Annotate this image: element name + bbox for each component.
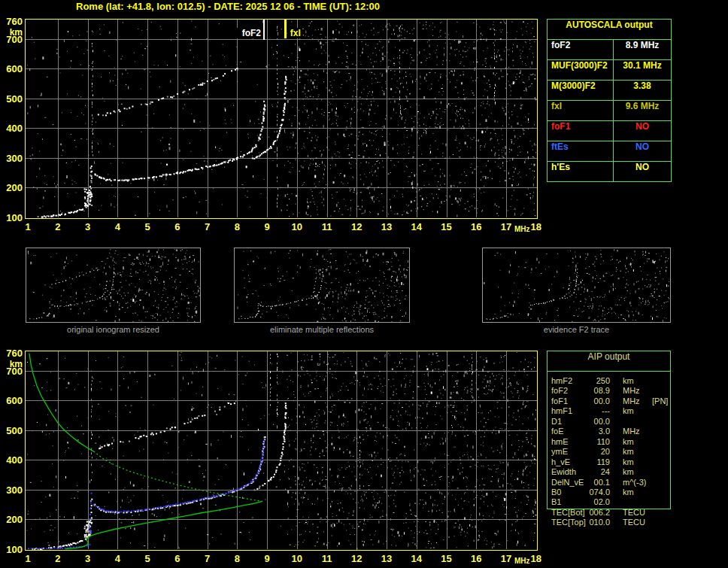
param-label: MUF(3000)F2 — [548, 60, 614, 80]
aip-name: h_vE — [551, 457, 570, 466]
x-axis-tick-label: 3 — [77, 221, 99, 232]
aip-row-yme: ymE20km — [547, 447, 671, 457]
km-unit-label: km — [1, 359, 23, 369]
y-axis-tick-label: 600 — [1, 395, 23, 406]
aip-unit: km — [623, 447, 634, 456]
autoscala-output-table: AUTOSCALA output foF28.9 MHzMUF(3000)F23… — [547, 19, 672, 182]
y-axis-tick-label: 400 — [1, 454, 23, 466]
aip-name: foE — [551, 427, 564, 436]
x-axis-tick-label: 5 — [136, 221, 159, 232]
x-axis-tick-label: 8 — [226, 221, 248, 232]
aip-value: 00.0 — [574, 396, 610, 405]
panel-caption-f2: evidence F2 trace — [482, 325, 671, 334]
autoscala-row-h-es: h'EsNO — [548, 162, 671, 181]
param-label: foF2 — [548, 40, 614, 59]
aip-name: foF2 — [551, 386, 568, 395]
param-label: ftEs — [548, 141, 614, 161]
y-axis-tick-label: 100 — [1, 544, 23, 555]
aip-value: 010.0 — [574, 518, 610, 527]
x-axis-tick-label: 7 — [196, 553, 219, 564]
x-axis-tick-label: 11 — [316, 553, 338, 564]
aip-row-hmf1: hmF1---km — [547, 406, 671, 416]
mhz-unit-label: MHz — [514, 557, 530, 565]
y-axis-tick-label: 300 — [1, 484, 23, 496]
aip-unit: TECU — [623, 508, 645, 517]
aip-row-foe: foE3.0MHz — [547, 427, 671, 436]
x-axis-tick-label: 2 — [47, 553, 69, 564]
aip-value: 02.0 — [574, 497, 610, 506]
autoscala-table-rows: foF28.9 MHzMUF(3000)F230.1 MHzM(3000)F23… — [548, 40, 671, 181]
aip-unit: MHz — [623, 386, 640, 395]
aip-name: hmF1 — [551, 406, 572, 415]
aip-unit: km — [623, 406, 634, 415]
aip-row-b1: B102.0 — [547, 497, 671, 507]
x-axis-tick-label: 16 — [465, 553, 487, 564]
x-axis-tick-label: 4 — [106, 553, 129, 564]
bottom-ionogram-canvas — [25, 351, 538, 551]
panel-original-ionogram — [26, 248, 201, 323]
y-axis-tick-label: 760 — [1, 16, 23, 27]
param-value: NO — [614, 121, 671, 141]
x-axis-tick-label: 3 — [77, 553, 99, 564]
x-axis-tick-label: 15 — [435, 553, 458, 564]
x-axis-tick-label: 14 — [405, 221, 428, 232]
y-axis-tick-label: 200 — [1, 514, 23, 525]
x-axis-tick-label: 13 — [375, 553, 398, 564]
x-axis-tick-label: 16 — [465, 221, 487, 232]
autoscala-row-fof2: foF28.9 MHz — [548, 40, 671, 60]
autoscala-row-m-3000-f2: M(3000)F23.38 — [548, 80, 671, 101]
aip-name: B1 — [551, 497, 561, 506]
aip-row-tec-bot-: TEC[Bot]006.2TECU — [547, 508, 671, 518]
x-axis-tick-label: 2 — [47, 221, 69, 232]
aip-name: Ewidth — [551, 467, 576, 476]
top-ionogram-plot — [25, 19, 538, 219]
aip-extra: [PN] — [652, 396, 668, 405]
x-axis-tick-label: 15 — [435, 221, 458, 232]
aip-table-title: AIP output — [548, 351, 670, 372]
aip-unit: m^(-3) — [623, 478, 646, 487]
aip-unit: km — [623, 437, 634, 446]
aip-value: 119 — [574, 457, 610, 466]
y-axis-tick-label: 100 — [1, 212, 23, 223]
y-axis-tick-label: 500 — [1, 93, 23, 105]
aip-row-ewidth: Ewidth24km — [547, 467, 671, 477]
aip-unit: MHz — [623, 427, 640, 436]
x-axis-tick-label: 12 — [345, 553, 368, 564]
param-value: 8.9 MHz — [614, 40, 671, 59]
x-axis-tick-label: 11 — [316, 221, 338, 232]
x-axis-tick-label: 6 — [166, 221, 189, 232]
aip-name: B0 — [551, 488, 561, 497]
aip-row-d1: D100.0 — [547, 417, 671, 427]
param-value: NO — [614, 162, 671, 181]
aip-row-hme: hmE110km — [547, 437, 671, 447]
y-axis-tick-label: 400 — [1, 123, 23, 134]
x-axis-tick-label: 12 — [345, 221, 368, 232]
aip-value: --- — [574, 406, 610, 415]
aip-value: 110 — [574, 437, 610, 446]
x-axis-tick-label: 9 — [256, 221, 278, 232]
x-axis-tick-label: 10 — [286, 221, 308, 232]
autoscala-row-muf-3000-f2: MUF(3000)F230.1 MHz — [548, 60, 671, 80]
panel-caption-eliminate: eliminate multiple reflections — [234, 325, 410, 334]
y-axis-tick-label: 200 — [1, 182, 23, 193]
aip-row-tec-top-: TEC[Top]010.0TECU — [547, 518, 671, 527]
autoscala-row-fxi: fxI9.6 MHz — [548, 101, 671, 121]
x-axis-tick-label: 10 — [286, 553, 308, 564]
aip-unit: km — [623, 376, 634, 385]
param-label: h'Es — [548, 162, 614, 181]
aip-value: 006.2 — [574, 508, 610, 517]
panel-eliminate-reflections — [234, 248, 410, 323]
x-axis-tick-label: 8 — [226, 553, 248, 564]
aip-value: 24 — [574, 467, 610, 476]
y-axis-tick-label: 300 — [1, 153, 23, 164]
aip-unit: km — [623, 488, 634, 497]
aip-name: hmE — [551, 437, 569, 446]
aip-value: 074.0 — [574, 488, 610, 497]
aip-unit: TECU — [623, 518, 645, 527]
param-label: fxI — [548, 101, 614, 120]
y-axis-tick-label: 600 — [1, 63, 23, 74]
param-value: 3.38 — [614, 80, 671, 100]
aip-value: 3.0 — [574, 427, 610, 436]
x-axis-tick-label: 13 — [375, 221, 398, 232]
x-axis-tick-label: 9 — [256, 553, 278, 564]
